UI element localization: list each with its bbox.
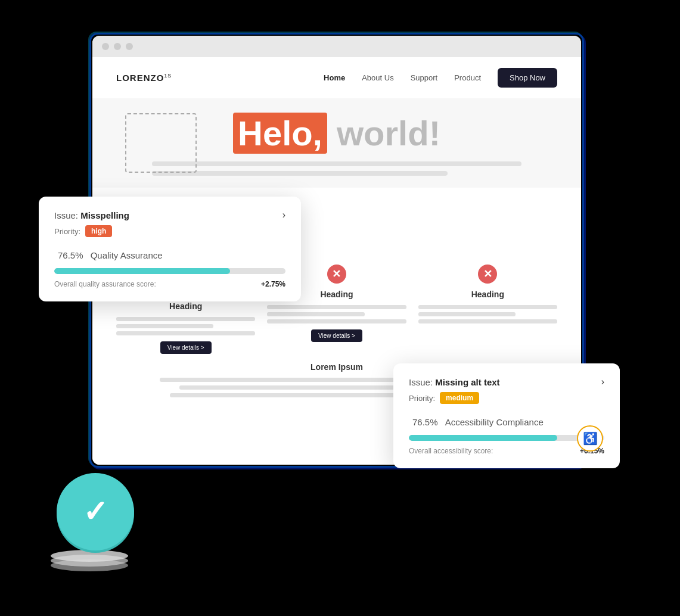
underline-2 (152, 171, 448, 176)
card-line (267, 312, 364, 316)
card-line (418, 305, 557, 309)
progress-fill-1 (54, 268, 230, 274)
issue-header-1: Issue: Misspelling › (54, 210, 285, 220)
card-icon-error-2: ✕ (478, 265, 497, 284)
issue-header-2: Issue: Missing alt text › (409, 377, 604, 387)
shop-now-button[interactable]: Shop Now (498, 68, 557, 88)
hero-normal-text: world! (327, 114, 440, 153)
issue-card-alt-text: Issue: Missing alt text › Priority: medi… (393, 363, 620, 468)
card-icon-error-1: ✕ (327, 265, 346, 284)
card-line (418, 319, 557, 323)
card-2-lines (267, 305, 406, 323)
nav-support[interactable]: Support (411, 73, 438, 82)
progress-bar-2 (409, 435, 604, 441)
card-1-heading: Heading (169, 301, 202, 311)
card-line (267, 305, 406, 309)
progress-fill-2 (409, 435, 557, 441)
site-logo: LORENZO1S (116, 73, 172, 83)
view-details-btn-2[interactable]: View details > (311, 329, 362, 342)
card-1-lines (116, 317, 255, 335)
priority-badge-medium: medium (440, 392, 479, 404)
priority-badge-high: high (85, 225, 112, 237)
priority-row-2: Priority: medium (409, 392, 604, 404)
site-navbar: LORENZO1S Home About Us Support Product … (92, 57, 581, 98)
score-row-1: 76.5% Quality Assurance (54, 247, 285, 262)
cta-3d-button[interactable]: ✓ (48, 473, 143, 568)
nav-product[interactable]: Product (454, 73, 481, 82)
window-dot-yellow (114, 43, 121, 50)
issue-title-1: Issue: Misspelling (54, 210, 129, 220)
card-line (418, 312, 516, 316)
button-shadow-layer-1 (51, 550, 128, 562)
button-top-surface[interactable]: ✓ (57, 473, 134, 550)
priority-row-1: Priority: high (54, 225, 285, 237)
progress-bar-1 (54, 268, 285, 274)
card-item-3: ✕ Heading (418, 265, 557, 354)
chevron-right-icon-1[interactable]: › (282, 210, 285, 220)
nav-about[interactable]: About Us (362, 73, 393, 82)
hero-section: Helo, world! (92, 98, 581, 188)
card-3-lines (418, 305, 557, 323)
view-details-btn-1[interactable]: View details > (160, 341, 212, 354)
score-detail-1: Overall quality assurance score: +2.75% (54, 280, 285, 288)
underline-1 (152, 161, 521, 166)
card-line (116, 331, 255, 335)
window-dot-red (102, 43, 109, 50)
chevron-right-icon-2[interactable]: › (601, 377, 604, 387)
nav-home[interactable]: Home (324, 73, 345, 82)
card-line (116, 317, 255, 321)
issue-title-2: Issue: Missing alt text (409, 377, 500, 387)
card-line (116, 324, 213, 328)
nav-links: Home About Us Support Product Shop Now (324, 68, 557, 88)
browser-topbar (92, 36, 581, 57)
accessibility-icon[interactable]: ♿ (577, 425, 603, 452)
card-3-heading: Heading (471, 290, 504, 299)
issue-card-misspelling: Issue: Misspelling › Priority: high 76.5… (39, 197, 301, 301)
score-row-2: 76.5% Accessibility Compliance (409, 413, 604, 429)
score-detail-2: Overall accessibility score: +6.15% (409, 447, 604, 455)
checkmark-icon: ✓ (83, 494, 108, 529)
card-line (267, 319, 406, 323)
hero-highlight-text: Helo, (233, 113, 327, 154)
window-dot-green (126, 43, 133, 50)
score-delta-1: +2.75% (261, 280, 285, 288)
card-2-heading: Heading (320, 290, 353, 299)
dashed-selection-box (125, 113, 197, 173)
